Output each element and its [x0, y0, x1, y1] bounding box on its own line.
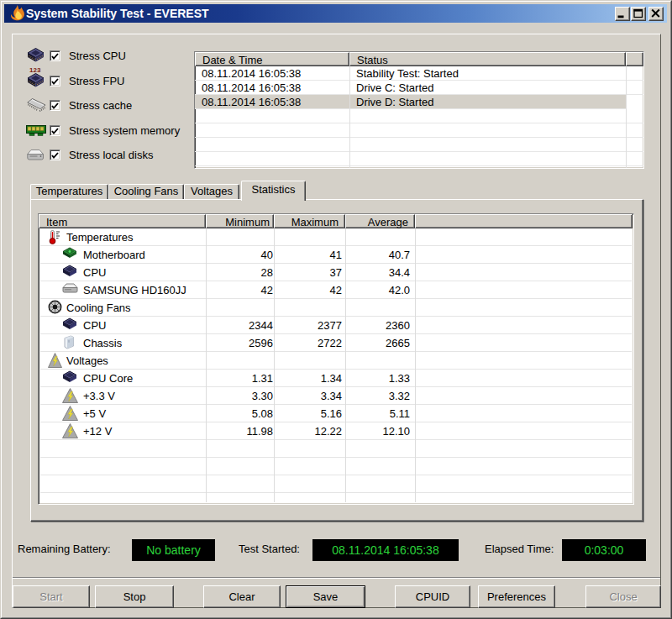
svg-text:123: 123	[29, 66, 41, 74]
